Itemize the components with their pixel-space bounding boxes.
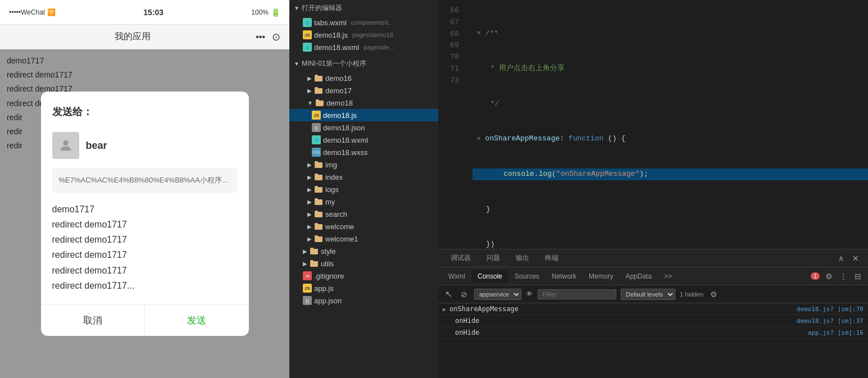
tab-output[interactable]: 输出 (510, 251, 535, 265)
console-row-2: onHide demo18.js? [sm]:37 (438, 315, 868, 327)
tab-sources[interactable]: Sources (509, 270, 545, 283)
console-message-3: onHide (455, 329, 808, 336)
chevron-right-icon-index: ▶ (307, 174, 312, 180)
console-expand-icon[interactable]: ⊟ (852, 271, 864, 282)
code-comment-68: */ (486, 98, 499, 110)
folder-icon-welcome1 (314, 234, 323, 243)
tab-debugger[interactable]: 调试器 (445, 251, 476, 265)
phone-panel: •••••WeChat 🛜 15:03 100% 🔋 我的应用 ••• ⊙ de… (0, 0, 289, 378)
confirm-send-button[interactable]: 发送 (145, 305, 249, 336)
folder-search[interactable]: ▶ search (289, 208, 438, 220)
cancel-button[interactable]: 取消 (41, 305, 146, 336)
wxml-file-icon-2: 🌐 (303, 43, 312, 52)
tab-console[interactable]: Console (472, 270, 508, 283)
folder-demo16[interactable]: ▶ demo16 (289, 72, 438, 84)
console-badge: 1 (811, 272, 820, 280)
phone-title-bar: 我的应用 ••• ⊙ (0, 25, 289, 49)
preview-line-3: redirect demo1717 (52, 232, 238, 247)
devtools-console-bar: ↖ ⊘ appservice 👁 Default levels 1 hidden… (438, 285, 868, 303)
open-file-demo18-wxml[interactable]: 🌐 demo18.wxml pages\de... (289, 41, 438, 53)
folder-logs[interactable]: ▶ logs (289, 183, 438, 195)
folder-welcome[interactable]: ▶ welcome (289, 220, 438, 233)
js-icon-app: JS (303, 284, 312, 293)
chevron-right-icon-utils: ▶ (303, 261, 307, 267)
record-icon[interactable]: ⊙ (272, 31, 280, 43)
tab-appdata[interactable]: AppData (620, 270, 657, 283)
folder-name-my: my (325, 198, 335, 206)
file-demo18-wxss[interactable]: CSS demo18.wxss (289, 146, 438, 158)
console-filter-input[interactable] (538, 289, 616, 299)
preview-line-2: redirect demo1717 (52, 217, 238, 232)
console-source-2[interactable]: demo18.js? [sm]:37 (797, 317, 864, 325)
open-file-name-1: tabs.wxml (314, 19, 347, 27)
file-app-json[interactable]: {} app.json (289, 294, 438, 307)
folder-welcome1[interactable]: ▶ welcome1 (289, 233, 438, 245)
code-content[interactable]: ▼ /** * 用户点击右上角分享 */ ▼ onShareAppMessage… (463, 0, 868, 249)
chevron-down-icon-demo18: ▼ (307, 100, 313, 106)
project-header[interactable]: ▼ MINI-01第一个小程序 (289, 56, 438, 72)
file-demo18-js[interactable]: JS demo18.js (289, 109, 438, 121)
file-name-gitignore: .gitignore (314, 272, 344, 280)
open-editors-header[interactable]: ▼ 打开的编辑器 (289, 0, 438, 16)
folder-img[interactable]: ▶ img (289, 158, 438, 171)
hidden-count: 1 hidden (680, 291, 703, 298)
folder-name-search: search (325, 210, 347, 218)
folder-icon-style (310, 247, 319, 256)
default-levels-select[interactable]: Default levels (621, 289, 675, 300)
folder-my[interactable]: ▶ my (289, 195, 438, 208)
tab-network[interactable]: Network (546, 270, 582, 283)
file-gitignore[interactable]: .git .gitignore (289, 270, 438, 282)
file-tree-panel: ▼ 打开的编辑器 🌐 tabs.wxml components\t... JS … (289, 0, 438, 378)
more-icon[interactable]: ••• (256, 32, 265, 42)
open-file-demo18-js[interactable]: JS demo18.js pages\demo18 (289, 29, 438, 41)
file-name-demo18-wxss: demo18.wxss (323, 148, 367, 157)
cursor-icon[interactable]: ↖ (443, 289, 454, 300)
folder-style[interactable]: ▶ style (289, 245, 438, 257)
right-panel: 66 67 68 69 70 71 72 ▼ /** * 用户点击右上角分享 *… (438, 0, 868, 378)
modal-contact-row: bear (41, 126, 249, 168)
file-app-js[interactable]: JS app.js (289, 282, 438, 294)
appservice-selector[interactable]: appservice (474, 289, 521, 300)
tab-wxml[interactable]: Wxml (443, 270, 471, 283)
tab-more[interactable]: >> (658, 270, 678, 283)
tab-issues[interactable]: 问题 (481, 251, 506, 265)
share-modal-overlay: 发送给： bear %E7%AC%AC%E4%B8%80%E4%B8%AA小程序… (0, 49, 289, 378)
time-display: 15:03 (143, 8, 163, 17)
code-editor: 66 67 68 69 70 71 72 ▼ /** * 用户点击右上角分享 *… (438, 0, 868, 249)
file-name-demo18-wxml: demo18.wxml (323, 136, 368, 144)
gear-icon[interactable]: ⚙ (823, 271, 834, 282)
code-line-70: console . log ( "onShareAppMessage" ); (472, 168, 868, 180)
clear-console-icon[interactable]: ⊘ (458, 289, 470, 300)
modal-actions: 取消 发送 (41, 304, 249, 336)
console-source-3[interactable]: app.js? [sm]:16 (808, 329, 864, 336)
console-row-3: onHide app.js? [sm]:16 (438, 327, 868, 339)
expand-icon-1[interactable]: ▶ (443, 306, 446, 312)
folder-demo18[interactable]: ▼ demo18 (289, 97, 438, 109)
folder-name-style: style (321, 247, 336, 256)
code-line-67: * 用户点击右上角分享 (472, 63, 868, 75)
wxss-icon-demo18: CSS (312, 148, 321, 157)
folder-utils[interactable]: ▶ utils (289, 257, 438, 270)
json-icon-demo18: {} (312, 123, 321, 132)
settings-icon[interactable]: ⚙ (708, 289, 719, 300)
open-file-tabs-wxml[interactable]: 🌐 tabs.wxml components\t... (289, 16, 438, 29)
tab-memory[interactable]: Memory (583, 270, 619, 283)
folder-name-logs: logs (325, 185, 339, 194)
folder-name-welcome1: welcome1 (325, 235, 358, 243)
eye-icon[interactable]: 👁 (526, 290, 533, 298)
more-options-icon[interactable]: ⋮ (838, 271, 849, 282)
folder-demo17[interactable]: ▶ demo17 (289, 84, 438, 97)
folder-icon-demo17 (314, 86, 323, 95)
console-tabs-bar: Wxml Console Sources Network Memory AppD… (438, 267, 868, 285)
folder-name-welcome: welcome (325, 222, 354, 231)
file-demo18-wxml[interactable]: 🌐 demo18.wxml (289, 134, 438, 146)
folder-icon-welcome (314, 222, 323, 231)
console-source-1[interactable]: demo18.js? [sm]:70 (797, 306, 864, 313)
file-demo18-json[interactable]: {} demo18.json (289, 121, 438, 134)
close-icon[interactable]: ✕ (850, 253, 861, 264)
folder-name-utils: utils (321, 259, 334, 268)
folder-index[interactable]: ▶ index (289, 171, 438, 183)
phone-status-bar: •••••WeChat 🛜 15:03 100% 🔋 (0, 0, 289, 25)
tab-terminal[interactable]: 终端 (539, 251, 564, 265)
chevron-up-icon[interactable]: ∧ (835, 253, 847, 264)
